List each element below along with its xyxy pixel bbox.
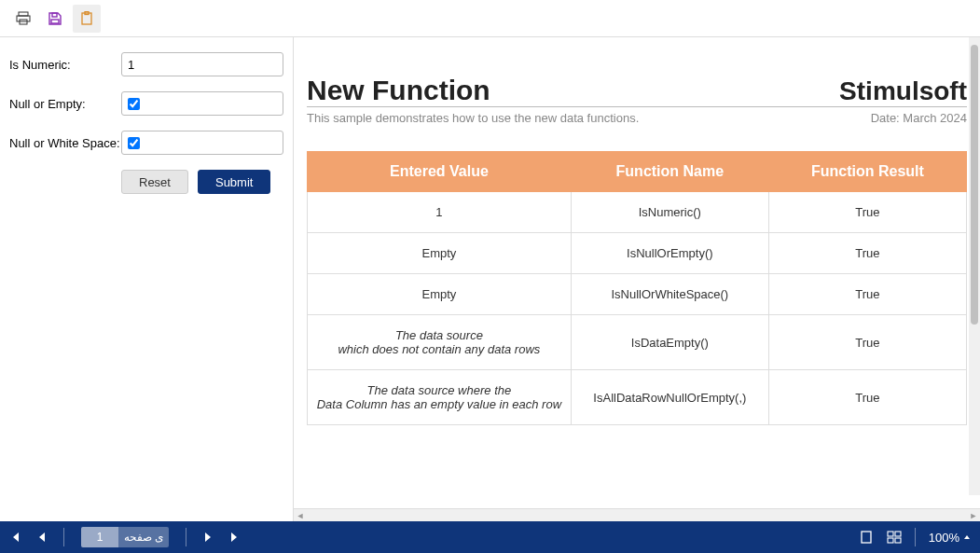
svg-rect-3	[52, 13, 57, 17]
report-title: New Function	[307, 75, 490, 106]
svg-rect-8	[888, 532, 893, 536]
print-button[interactable]	[9, 5, 37, 33]
report-subtitle: This sample demonstrates how to use the …	[307, 111, 639, 125]
print-icon	[16, 11, 31, 26]
col-function-result: Function Result	[768, 152, 966, 192]
is-numeric-input[interactable]	[128, 58, 277, 72]
is-numeric-input-wrapper	[121, 52, 283, 76]
null-or-whitespace-input-wrapper	[121, 131, 283, 155]
table-row: 1IsNumeric()True	[308, 192, 967, 233]
status-bar: ی صفحه 100%	[0, 521, 980, 553]
status-separator	[915, 528, 916, 546]
zoom-control[interactable]: 100%	[929, 531, 971, 545]
null-or-whitespace-label: Null or White Space:	[9, 136, 121, 150]
table-row: The data source where theData Column has…	[308, 370, 967, 425]
null-or-empty-input-wrapper	[121, 91, 283, 116]
svg-rect-11	[895, 538, 901, 543]
form-buttons: Reset Submit	[9, 170, 283, 194]
svg-rect-1	[17, 16, 30, 21]
table-row: The data sourcewhich does not contain an…	[308, 315, 967, 370]
cell-function-result: True	[768, 370, 966, 425]
prev-page-button[interactable]	[37, 532, 47, 543]
col-entered-value: Entered Value	[308, 152, 572, 192]
save-icon	[48, 11, 62, 26]
is-numeric-label: Is Numeric:	[9, 58, 121, 72]
report-subheader: This sample demonstrates how to use the …	[307, 111, 967, 125]
cell-entered-value: The data sourcewhich does not contain an…	[308, 315, 572, 370]
null-or-empty-row: Null or Empty:	[9, 91, 283, 116]
parameters-panel: Is Numeric: Null or Empty: Null or White…	[0, 37, 294, 521]
svg-rect-9	[895, 532, 901, 536]
main-area: Is Numeric: Null or Empty: Null or White…	[0, 37, 980, 521]
null-or-empty-checkbox[interactable]	[128, 98, 140, 110]
null-or-empty-label: Null or Empty:	[9, 97, 121, 111]
top-toolbar	[0, 0, 980, 37]
zoom-up-icon	[963, 533, 971, 541]
save-button[interactable]	[41, 5, 69, 33]
last-page-icon	[229, 532, 241, 543]
next-page-icon	[203, 532, 213, 543]
svg-rect-10	[888, 538, 893, 543]
col-function-name: Function Name	[571, 152, 768, 192]
report-table: Entered Value Function Name Function Res…	[307, 151, 967, 425]
page-text-suffix: ی صفحه	[118, 531, 169, 544]
hscroll-left-arrow[interactable]: ◄	[294, 511, 307, 520]
table-row: EmptyIsNullOrWhiteSpace()True	[308, 274, 967, 315]
report-date: Date: March 2024	[871, 111, 967, 125]
null-or-whitespace-checkbox[interactable]	[128, 137, 140, 149]
first-page-icon	[9, 532, 21, 543]
hscroll-right-arrow[interactable]: ►	[967, 511, 980, 520]
null-or-whitespace-row: Null or White Space:	[9, 131, 283, 155]
multi-page-icon	[887, 530, 902, 545]
next-page-button[interactable]	[203, 532, 213, 543]
vertical-scrollbar-thumb[interactable]	[971, 45, 978, 325]
horizontal-scrollbar[interactable]: ◄ ►	[294, 508, 980, 521]
cell-function-name: IsNullOrEmpty()	[571, 233, 768, 274]
nav-separator-2	[186, 528, 186, 546]
cell-function-name: IsNullOrWhiteSpace()	[571, 274, 768, 315]
cell-function-result: True	[768, 315, 966, 370]
clipboard-button[interactable]	[73, 5, 101, 33]
svg-rect-0	[19, 12, 28, 16]
last-page-button[interactable]	[229, 532, 241, 543]
status-right: 100%	[859, 528, 971, 546]
page-navigator: ی صفحه	[9, 527, 241, 547]
report-headline: New Function Stimulsoft	[307, 75, 967, 107]
svg-rect-4	[51, 20, 59, 23]
vertical-scrollbar[interactable]	[969, 37, 980, 495]
page-number-input[interactable]	[81, 527, 118, 547]
cell-function-result: True	[768, 233, 966, 274]
table-header-row: Entered Value Function Name Function Res…	[308, 152, 967, 192]
zoom-value: 100%	[929, 531, 959, 545]
multi-page-view-button[interactable]	[887, 530, 902, 545]
hscroll-track[interactable]	[307, 509, 967, 522]
reset-button[interactable]: Reset	[121, 170, 188, 194]
cell-entered-value: 1	[308, 192, 572, 233]
report-viewer: New Function Stimulsoft This sample demo…	[294, 37, 980, 521]
clipboard-icon	[79, 11, 94, 26]
first-page-button[interactable]	[9, 532, 21, 543]
cell-function-name: IsNumeric()	[571, 192, 768, 233]
svg-rect-7	[862, 532, 871, 543]
cell-entered-value: The data source where theData Column has…	[308, 370, 572, 425]
submit-button[interactable]: Submit	[198, 170, 270, 194]
table-row: EmptyIsNullOrEmpty()True	[308, 233, 967, 274]
is-numeric-row: Is Numeric:	[9, 52, 283, 76]
single-page-icon	[859, 530, 874, 545]
nav-separator-1	[63, 528, 64, 546]
cell-entered-value: Empty	[308, 233, 572, 274]
prev-page-icon	[37, 532, 47, 543]
cell-function-name: IsDataEmpty()	[571, 315, 768, 370]
cell-function-name: IsAllDataRowNullOrEmpty(,)	[571, 370, 768, 425]
cell-entered-value: Empty	[308, 274, 572, 315]
report-brand: Stimulsoft	[839, 76, 967, 106]
report-page: New Function Stimulsoft This sample demo…	[294, 37, 980, 508]
cell-function-result: True	[768, 274, 966, 315]
viewer-canvas: New Function Stimulsoft This sample demo…	[294, 37, 980, 508]
single-page-view-button[interactable]	[859, 530, 874, 545]
page-number-box: ی صفحه	[81, 527, 169, 547]
cell-function-result: True	[768, 192, 966, 233]
